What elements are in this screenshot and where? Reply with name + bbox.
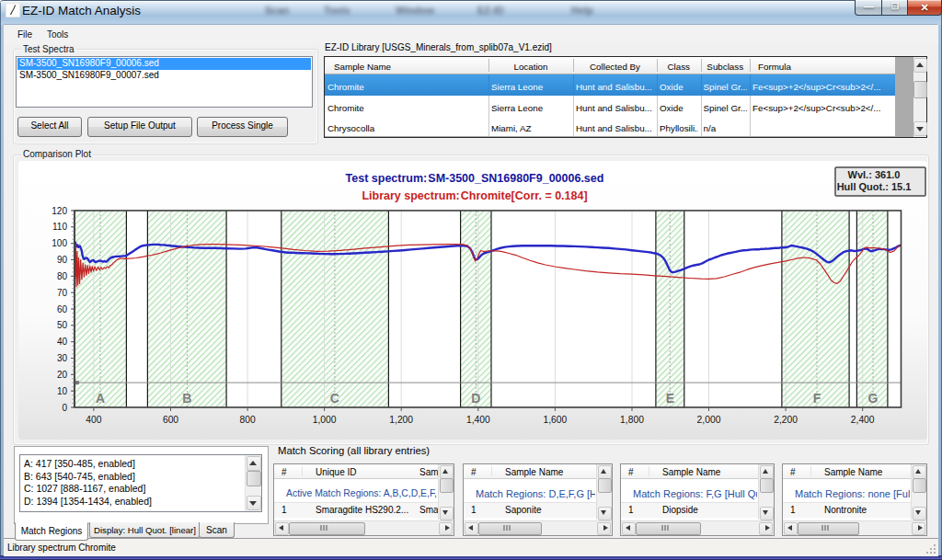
- svg-text:70: 70: [57, 288, 68, 298]
- svg-text:120: 120: [52, 206, 67, 216]
- svg-text:800: 800: [240, 415, 256, 425]
- svg-text:F: F: [813, 391, 821, 406]
- svg-text:100: 100: [52, 238, 67, 248]
- svg-text:Wvl.: 361.0: Wvl.: 361.0: [848, 169, 901, 180]
- svg-text:1,200: 1,200: [389, 415, 413, 425]
- svg-text:C: C: [330, 391, 339, 406]
- svg-text:B: B: [182, 391, 191, 406]
- svg-text:30: 30: [57, 353, 68, 363]
- svg-text:Library spectrum: Chromite[Cor: Library spectrum: Chromite[Corr. = 0.184…: [362, 189, 587, 202]
- svg-text:90: 90: [57, 255, 68, 265]
- svg-text:G: G: [868, 391, 879, 406]
- svg-text:1,800: 1,800: [620, 415, 644, 425]
- svg-text:40: 40: [57, 337, 68, 347]
- svg-text:A: A: [96, 391, 105, 406]
- svg-text:60: 60: [57, 304, 68, 314]
- svg-text:20: 20: [57, 370, 68, 380]
- svg-text:1,400: 1,400: [466, 415, 490, 425]
- svg-text:400: 400: [86, 415, 101, 425]
- svg-text:50: 50: [57, 320, 68, 330]
- svg-text:Hull Quot.: 15.1: Hull Quot.: 15.1: [837, 181, 912, 192]
- svg-text:10: 10: [57, 386, 68, 396]
- svg-text:Test spectrum: SM-3500_SN16980: Test spectrum: SM-3500_SN16980F9_00006.s…: [346, 172, 604, 185]
- svg-text:0: 0: [62, 403, 67, 413]
- svg-text:2,000: 2,000: [697, 415, 721, 425]
- svg-text:110: 110: [52, 222, 67, 232]
- svg-text:1,600: 1,600: [544, 415, 568, 425]
- svg-text:D: D: [471, 391, 480, 406]
- svg-text:2,400: 2,400: [851, 415, 875, 425]
- svg-text:E: E: [666, 391, 674, 406]
- svg-text:600: 600: [163, 415, 178, 425]
- svg-text:2,200: 2,200: [774, 415, 798, 425]
- svg-text:1,000: 1,000: [313, 415, 337, 425]
- svg-text:80: 80: [57, 271, 68, 281]
